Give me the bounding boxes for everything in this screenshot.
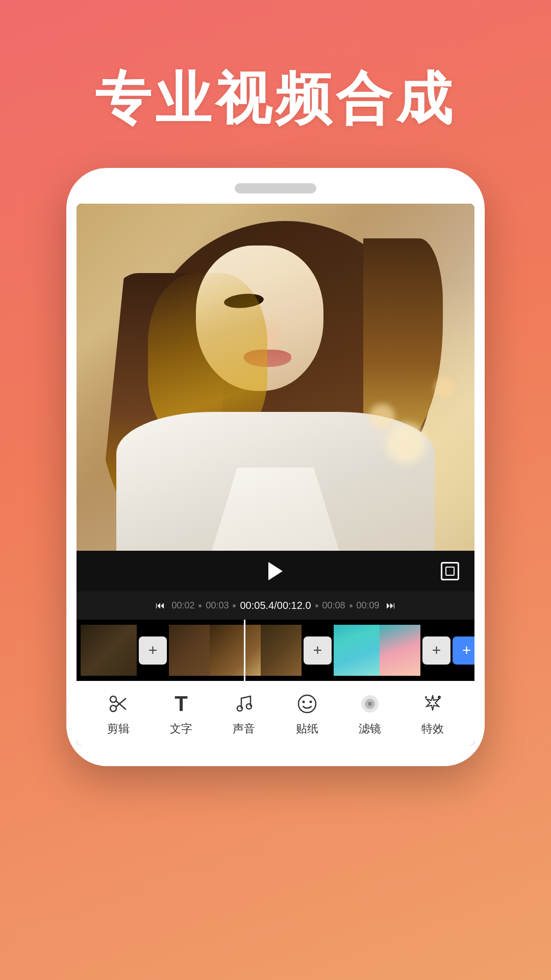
clip-add-button-3[interactable]: +	[422, 636, 450, 665]
timeline-mark-1: 00:02	[171, 600, 194, 611]
timeline-dot-3	[315, 604, 318, 607]
controls-bar	[77, 551, 474, 592]
svg-point-11	[368, 702, 372, 706]
clip-thumb-4[interactable]	[261, 625, 302, 676]
clip-strip: + + + +	[77, 620, 474, 681]
clip-add-button-1[interactable]: +	[139, 636, 167, 665]
phone-screen: ⏮ 00:02 00:03 00:05.4/00:12.0 00:08 00:0…	[77, 204, 474, 746]
play-button[interactable]	[268, 562, 283, 580]
text-icon: T	[168, 691, 194, 717]
tool-cut[interactable]: 剪辑	[105, 691, 132, 737]
tool-audio-label: 声音	[233, 721, 255, 737]
clip-add-button-2[interactable]: +	[304, 636, 332, 665]
skip-start-icon[interactable]: ⏮	[156, 600, 165, 611]
svg-point-8	[309, 701, 312, 703]
coat-collar	[212, 468, 339, 551]
tool-filter[interactable]: 滤镜	[357, 691, 383, 737]
clip-thumb-3[interactable]	[210, 625, 261, 676]
tool-cut-label: 剪辑	[107, 721, 130, 737]
filter-icon	[357, 691, 383, 717]
svg-point-7	[302, 701, 305, 703]
bottom-toolbar: 剪辑 T 文字 声音	[77, 681, 474, 746]
sticker-icon	[294, 691, 320, 717]
bokeh-3	[434, 377, 455, 398]
page-title: 专业视频合成	[31, 61, 520, 137]
tool-effects[interactable]: 特效	[419, 691, 446, 737]
title-section: 专业视频合成	[0, 0, 551, 168]
music-icon	[231, 691, 257, 717]
clip-thumb-5[interactable]	[334, 625, 380, 676]
svg-point-13	[425, 696, 427, 698]
clip-thumb-6[interactable]	[380, 625, 420, 676]
bokeh-2	[369, 404, 395, 429]
tool-sticker[interactable]: 贴纸	[294, 691, 320, 737]
timeline-dot-1	[198, 604, 202, 607]
clip-add-last-button[interactable]: +	[453, 636, 474, 665]
effects-icon	[419, 691, 446, 717]
timeline-dot-2	[233, 604, 236, 607]
tool-audio[interactable]: 声音	[231, 691, 257, 737]
bokeh-1	[386, 423, 427, 464]
tool-effects-label: 特效	[421, 721, 444, 737]
position-indicator	[244, 620, 245, 681]
tool-text[interactable]: T 文字	[168, 691, 194, 737]
timeline-bar: ⏮ 00:02 00:03 00:05.4/00:12.0 00:08 00:0…	[77, 592, 474, 620]
clip-thumb-1[interactable]	[81, 625, 137, 676]
timeline-dot-4	[349, 604, 353, 607]
clip-thumb-2[interactable]	[169, 625, 210, 676]
fullscreen-icon	[445, 567, 455, 576]
tool-sticker-label: 贴纸	[296, 721, 318, 737]
scissors-icon	[105, 691, 132, 717]
timeline-mark-3: 00:08	[322, 600, 345, 611]
current-time-display: 00:05.4/00:12.0	[240, 600, 311, 611]
svg-point-0	[110, 705, 116, 712]
svg-point-12	[438, 696, 441, 699]
svg-point-6	[298, 695, 316, 713]
svg-point-1	[110, 696, 116, 702]
phone-mockup: ⏮ 00:02 00:03 00:05.4/00:12.0 00:08 00:0…	[66, 168, 485, 766]
clip-strip-inner: + + + +	[77, 624, 474, 677]
tool-text-label: 文字	[170, 721, 192, 737]
tool-filter-label: 滤镜	[359, 721, 381, 737]
phone-notch	[235, 183, 316, 193]
video-preview	[77, 204, 474, 551]
timeline-mark-2: 00:03	[206, 600, 229, 611]
skip-end-icon[interactable]: ⏭	[386, 600, 395, 611]
coat	[116, 412, 435, 551]
timeline-mark-4: 00:09	[357, 600, 380, 611]
fullscreen-button[interactable]	[441, 562, 459, 580]
